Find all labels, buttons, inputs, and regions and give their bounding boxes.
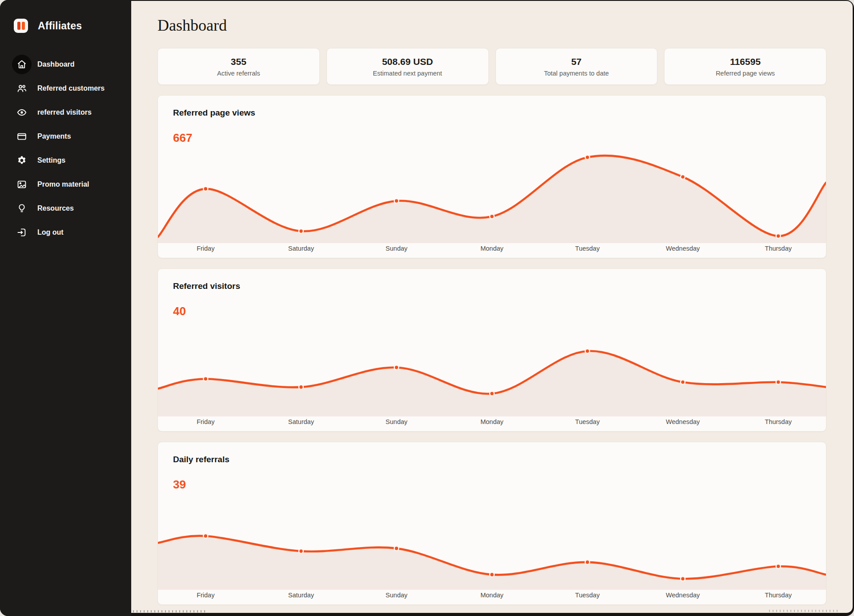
affiliates-logo-icon bbox=[14, 19, 28, 33]
stat-value: 508.69 USD bbox=[382, 56, 433, 67]
sidebar-item-referred-customers[interactable]: Referred customers bbox=[14, 76, 131, 100]
chart-point-dot bbox=[585, 349, 590, 353]
stat-label: Active referrals bbox=[217, 70, 260, 77]
x-axis-label: Friday bbox=[158, 589, 254, 604]
page-title: Dashboard bbox=[157, 16, 826, 35]
brand[interactable]: Affiliates bbox=[14, 19, 131, 33]
x-axis-label: Monday bbox=[444, 242, 540, 258]
chart-point-dot bbox=[203, 377, 208, 381]
chart-current-value: 39 bbox=[173, 478, 186, 492]
stat-card-referred-page-views: 116595 Referred page views bbox=[664, 48, 826, 85]
x-axis-labels: FridaySaturdaySundayMondayTuesdayWednesd… bbox=[158, 416, 826, 431]
sidebar-item-log-out[interactable]: Log out bbox=[14, 220, 131, 244]
users-icon bbox=[12, 79, 32, 98]
x-axis-label: Tuesday bbox=[540, 416, 635, 431]
x-axis-label: Saturday bbox=[254, 242, 349, 258]
chart-current-value: 40 bbox=[173, 304, 186, 318]
chart-title: Daily referrals bbox=[173, 455, 230, 464]
chart-point-dot bbox=[394, 546, 399, 551]
chart-area-fill bbox=[158, 156, 826, 243]
logout-icon bbox=[12, 223, 32, 242]
chart-point-dot bbox=[394, 199, 399, 203]
chart-point-dot bbox=[681, 380, 685, 384]
x-axis-label: Tuesday bbox=[540, 589, 635, 604]
x-axis-label: Sunday bbox=[349, 242, 444, 258]
brand-name: Affiliates bbox=[38, 20, 82, 32]
stat-value: 355 bbox=[231, 56, 246, 67]
sidebar-item-payments[interactable]: Payments bbox=[14, 124, 131, 148]
chart-point-dot bbox=[490, 392, 494, 396]
chart-point-dot bbox=[203, 187, 208, 191]
sidebar-nav: Dashboard Referred customers referred vi… bbox=[14, 52, 131, 244]
chart-point-dot bbox=[299, 549, 303, 553]
x-axis-label: Wednesday bbox=[635, 589, 731, 604]
chart-point-dot bbox=[585, 560, 590, 564]
chart-point-dot bbox=[394, 365, 399, 370]
sidebar-item-dashboard[interactable]: Dashboard bbox=[14, 52, 131, 76]
sidebar: Affiliates Dashboard Referred customers … bbox=[0, 0, 131, 616]
stat-label: Total payments to date bbox=[544, 70, 609, 77]
x-axis-label: Thursday bbox=[730, 416, 826, 431]
sidebar-item-label: referred visitors bbox=[37, 108, 92, 116]
stat-card-total-payments: 57 Total payments to date bbox=[495, 48, 658, 85]
chart-title: Referred page views bbox=[173, 108, 255, 118]
sidebar-item-settings[interactable]: Settings bbox=[14, 148, 131, 172]
stats-row: 355 Active referrals 508.69 USD Estimate… bbox=[157, 48, 826, 85]
x-axis-label: Friday bbox=[158, 242, 254, 258]
stat-label: Referred page views bbox=[716, 70, 775, 77]
sidebar-item-label: Promo material bbox=[37, 180, 89, 188]
x-axis-label: Monday bbox=[444, 589, 540, 604]
chart-card-referred-visitors: Referred visitors 40 FridaySaturdaySunda… bbox=[157, 268, 826, 432]
chart-point-dot bbox=[490, 572, 494, 577]
x-axis-label: Tuesday bbox=[540, 242, 635, 258]
gear-icon bbox=[12, 151, 32, 170]
chart-point-dot bbox=[681, 576, 685, 581]
sidebar-item-label: Referred customers bbox=[37, 84, 105, 92]
stat-card-active-referrals: 355 Active referrals bbox=[157, 48, 320, 85]
sidebar-item-label: Log out bbox=[37, 228, 64, 236]
x-axis-label: Monday bbox=[444, 416, 540, 431]
x-axis-label: Wednesday bbox=[635, 416, 731, 431]
stat-value: 116595 bbox=[730, 56, 761, 67]
x-axis-labels: FridaySaturdaySundayMondayTuesdayWednesd… bbox=[158, 242, 826, 258]
area-chart bbox=[158, 96, 826, 243]
chart-point-dot bbox=[776, 380, 781, 384]
chart-point-dot bbox=[203, 534, 208, 538]
x-axis-label: Wednesday bbox=[635, 242, 731, 258]
x-axis-label: Thursday bbox=[730, 589, 826, 604]
clipped-content-artifact bbox=[133, 610, 206, 612]
stat-card-estimated-next-payment: 508.69 USD Estimated next payment bbox=[326, 48, 489, 85]
x-axis-labels: FridaySaturdaySundayMondayTuesdayWednesd… bbox=[158, 589, 826, 604]
credit-card-icon bbox=[12, 127, 32, 146]
x-axis-label: Saturday bbox=[254, 416, 349, 431]
sidebar-item-label: Settings bbox=[37, 156, 65, 164]
x-axis-label: Sunday bbox=[349, 416, 444, 431]
home-icon bbox=[12, 55, 32, 74]
clipped-content-artifact bbox=[769, 610, 840, 612]
x-axis-label: Thursday bbox=[730, 242, 826, 258]
app-window: Affiliates Dashboard Referred customers … bbox=[0, 0, 854, 616]
chart-point-dot bbox=[585, 155, 590, 160]
eye-icon bbox=[12, 103, 32, 122]
chart-card-daily-referrals: Daily referrals 39 FridaySaturdaySundayM… bbox=[157, 442, 826, 605]
area-chart bbox=[158, 442, 826, 590]
sidebar-item-referred-visitors[interactable]: referred visitors bbox=[14, 100, 131, 124]
chart-title: Referred visitors bbox=[173, 281, 240, 291]
chart-point-dot bbox=[681, 175, 685, 179]
x-axis-label: Saturday bbox=[254, 589, 349, 604]
sidebar-item-label: Dashboard bbox=[37, 60, 75, 68]
sidebar-item-label: Resources bbox=[37, 204, 74, 212]
sidebar-item-promo-material[interactable]: Promo material bbox=[14, 172, 131, 196]
chart-point-dot bbox=[299, 385, 303, 389]
sidebar-item-resources[interactable]: Resources bbox=[14, 196, 131, 220]
chart-current-value: 667 bbox=[173, 131, 192, 145]
x-axis-label: Sunday bbox=[349, 589, 444, 604]
sidebar-item-label: Payments bbox=[37, 132, 71, 140]
chart-card-referred-page-views: Referred page views 667 FridaySaturdaySu… bbox=[157, 95, 826, 258]
area-chart bbox=[158, 269, 826, 416]
image-icon bbox=[12, 175, 32, 194]
chart-point-dot bbox=[776, 234, 781, 238]
main-content: Dashboard 355 Active referrals 508.69 US… bbox=[131, 1, 853, 613]
x-axis-label: Friday bbox=[158, 416, 254, 431]
lightbulb-icon bbox=[12, 199, 32, 218]
